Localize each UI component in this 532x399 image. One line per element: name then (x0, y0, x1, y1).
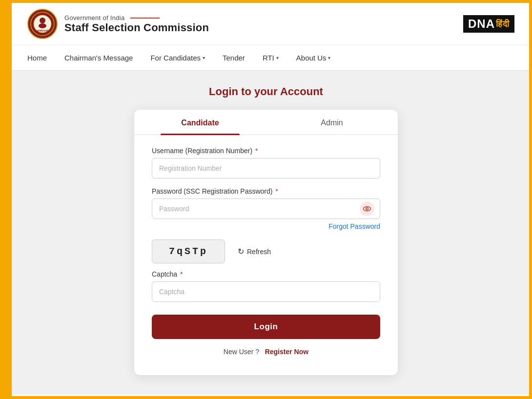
main-content: Login to your Account Candidate Admin Us… (3, 71, 529, 395)
username-label: Username (Registration Number) * (152, 147, 380, 155)
username-input[interactable] (152, 158, 380, 179)
refresh-label: Refresh (247, 248, 271, 256)
svg-point-3 (40, 18, 45, 23)
tab-admin-label: Admin (321, 119, 343, 127)
tab-admin[interactable]: Admin (266, 110, 398, 134)
nav-rti[interactable]: RTI ▾ (263, 52, 279, 64)
username-group: Username (Registration Number) * (152, 147, 380, 179)
nav-chairmans-message[interactable]: Chairman's Message (64, 52, 133, 64)
password-group: Password (SSC Registration Password) * (152, 187, 380, 231)
navbar: Home Chairman's Message For Candidates ▾… (3, 45, 529, 71)
captcha-image: 7qSTp (152, 239, 225, 263)
header-text: Government of India Staff Selection Comm… (64, 14, 209, 34)
nav-chairmans-label: Chairman's Message (64, 54, 133, 62)
header-left: सत्यमेव जयते Government of India Staff S… (27, 9, 209, 39)
tab-candidate-label: Candidate (181, 119, 219, 127)
org-name: Staff Selection Commission (64, 21, 209, 34)
username-required: * (255, 147, 258, 155)
nav-about-label: About Us (296, 54, 327, 62)
login-button[interactable]: Login (152, 315, 380, 339)
password-required: * (275, 187, 278, 195)
page-wrapper: सत्यमेव जयते Government of India Staff S… (0, 0, 532, 399)
nav-candidates-label: For Candidates (150, 54, 201, 62)
captcha-display-row: 7qSTp ↻ Refresh (152, 239, 380, 263)
dna-logo: DNA हिंदी (463, 15, 514, 33)
gov-line1: Government of India (64, 14, 125, 21)
refresh-icon: ↻ (238, 247, 244, 256)
nav-rti-chevron: ▾ (276, 55, 279, 60)
captcha-group: Captcha * (152, 270, 380, 302)
ssc-emblem: सत्यमेव जयते (27, 9, 58, 39)
login-button-label: Login (254, 322, 278, 331)
gov-title: Government of India (64, 14, 209, 21)
svg-text:सत्यमेव जयते: सत्यमेव जयते (36, 29, 49, 32)
password-label: Password (SSC Registration Password) * (152, 187, 380, 195)
captcha-label: Captcha * (152, 270, 380, 278)
nav-for-candidates[interactable]: For Candidates ▾ (150, 52, 205, 64)
username-label-text: Username (Registration Number) (152, 147, 252, 155)
register-row: New User ? Register Now (152, 348, 380, 356)
nav-home-label: Home (27, 54, 47, 62)
svg-point-7 (366, 208, 368, 210)
header-line (130, 18, 160, 19)
password-wrapper (152, 199, 380, 219)
register-link[interactable]: Register Now (265, 348, 308, 356)
dna-text: DNA (468, 17, 495, 31)
refresh-button[interactable]: ↻ Refresh (233, 244, 276, 259)
left-bar (3, 3, 12, 396)
header: सत्यमेव जयते Government of India Staff S… (3, 3, 529, 45)
password-input[interactable] (152, 199, 380, 219)
nav-candidates-chevron: ▾ (203, 55, 205, 60)
hindi-text: हिंदी (496, 19, 510, 29)
password-label-text: Password (SSC Registration Password) (152, 187, 272, 195)
nav-tender-label: Tender (223, 54, 245, 62)
forgot-link-container: Forgot Password (152, 222, 380, 231)
svg-point-4 (39, 23, 46, 28)
nav-tender[interactable]: Tender (223, 52, 245, 64)
nav-about-chevron: ▾ (328, 55, 330, 60)
new-user-text: New User ? (224, 348, 259, 356)
svg-point-6 (364, 207, 371, 211)
nav-about-us[interactable]: About Us ▾ (296, 52, 331, 64)
captcha-required: * (180, 270, 183, 278)
captcha-input[interactable] (152, 281, 380, 302)
captcha-label-text: Captcha (152, 270, 177, 278)
form-body: Username (Registration Number) * Passwor… (134, 135, 398, 360)
toggle-password-icon[interactable] (360, 201, 374, 216)
page-title: Login to your Account (209, 85, 323, 98)
forgot-password-link[interactable]: Forgot Password (328, 222, 380, 230)
captcha-value: 7qSTp (169, 246, 208, 257)
tabs: Candidate Admin (134, 110, 398, 135)
nav-home[interactable]: Home (27, 52, 47, 64)
nav-rti-label: RTI (263, 54, 274, 62)
login-card: Candidate Admin Username (Registration N… (134, 110, 398, 375)
tab-candidate[interactable]: Candidate (134, 110, 266, 134)
